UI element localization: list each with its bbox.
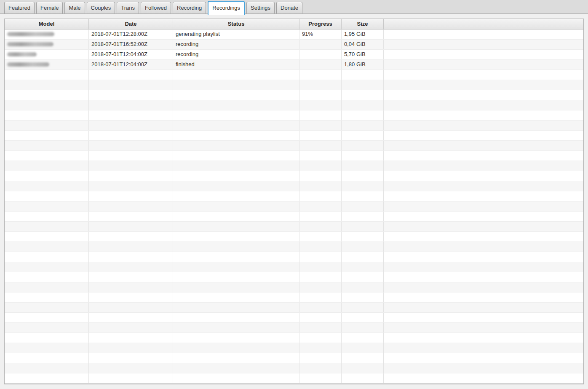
- table-row-empty: [5, 161, 583, 171]
- size-cell: [342, 131, 384, 140]
- status-cell: [173, 161, 299, 171]
- filler-cell: [384, 50, 583, 59]
- table-row-empty: [5, 201, 583, 212]
- table-row[interactable]: 2018-07-01T16:52:00Zrecording0,04 GiB: [5, 40, 583, 50]
- model-cell: [5, 110, 89, 120]
- size-cell: [342, 100, 384, 110]
- status-cell: [173, 151, 299, 161]
- status-cell: [173, 303, 299, 312]
- size-cell: 0,04 GiB: [342, 40, 384, 49]
- filler-cell: [384, 363, 583, 373]
- filler-cell: [384, 373, 583, 383]
- model-cell: [5, 171, 89, 181]
- model-cell: [5, 333, 89, 343]
- tab-trans[interactable]: Trans: [117, 2, 139, 13]
- table-row-empty: [5, 191, 583, 201]
- filler-cell: [384, 212, 583, 221]
- column-header-size[interactable]: Size: [342, 19, 384, 30]
- progress-cell: [299, 313, 342, 322]
- filler-cell: [384, 292, 583, 302]
- size-cell: [342, 141, 384, 150]
- tab-followed[interactable]: Followed: [141, 2, 171, 13]
- progress-cell: [299, 141, 342, 150]
- date-cell: [89, 242, 173, 252]
- tab-featured[interactable]: Featured: [4, 2, 35, 13]
- tab-male[interactable]: Male: [64, 2, 85, 13]
- size-cell: [342, 191, 384, 201]
- table-row-empty: [5, 141, 583, 151]
- size-cell: [342, 201, 384, 211]
- filler-cell: [384, 171, 583, 181]
- progress-cell: [299, 303, 342, 312]
- size-cell: [342, 343, 384, 353]
- table-row-empty: [5, 363, 583, 373]
- date-cell: [89, 181, 173, 191]
- model-cell: [5, 262, 89, 272]
- tab-recording[interactable]: Recording: [173, 2, 206, 13]
- model-cell: [5, 373, 89, 383]
- progress-cell: [299, 100, 342, 110]
- filler-cell: [384, 282, 583, 292]
- date-cell: [89, 303, 173, 312]
- table-row-empty: [5, 171, 583, 181]
- tab-female[interactable]: Female: [36, 2, 63, 13]
- filler-cell: [384, 100, 583, 110]
- date-cell: [89, 343, 173, 353]
- tab-donate[interactable]: Donate: [276, 2, 302, 13]
- status-cell: [173, 110, 299, 120]
- status-cell: recording: [173, 50, 299, 59]
- filler-cell: [384, 343, 583, 353]
- model-cell: [5, 60, 89, 70]
- table-row-empty: [5, 333, 583, 343]
- model-cell: [5, 70, 89, 80]
- filler-cell: [384, 161, 583, 171]
- size-cell: [342, 242, 384, 252]
- progress-cell: [299, 353, 342, 363]
- date-cell: [89, 121, 173, 130]
- status-cell: [173, 181, 299, 191]
- table-row-empty: [5, 151, 583, 161]
- model-cell: [5, 212, 89, 221]
- filler-cell: [384, 232, 583, 241]
- table-row[interactable]: 2018-07-01T12:28:00Zgenerating playlist9…: [5, 30, 583, 40]
- progress-cell: [299, 201, 342, 211]
- table-row-empty: [5, 110, 583, 121]
- status-cell: [173, 313, 299, 322]
- model-cell: [5, 141, 89, 150]
- table-row-empty: [5, 212, 583, 222]
- tab-couples[interactable]: Couples: [87, 2, 115, 13]
- status-cell: [173, 70, 299, 80]
- filler-cell: [384, 131, 583, 140]
- progress-cell: [299, 121, 342, 130]
- size-cell: [342, 70, 384, 80]
- model-name-redacted: [7, 52, 37, 56]
- column-header-status[interactable]: Status: [173, 19, 299, 30]
- date-cell: [89, 131, 173, 140]
- table-row[interactable]: 2018-07-01T12:04:00Zfinished1,80 GiB: [5, 60, 583, 70]
- table-row-empty: [5, 131, 583, 141]
- column-header-progress[interactable]: Progress: [299, 19, 342, 30]
- status-cell: [173, 121, 299, 130]
- model-cell: [5, 282, 89, 292]
- tab-settings[interactable]: Settings: [246, 2, 275, 13]
- date-cell: [89, 161, 173, 171]
- tab-recordings[interactable]: Recordings: [208, 1, 245, 15]
- progress-cell: [299, 222, 342, 231]
- size-cell: [342, 313, 384, 322]
- model-cell: [5, 90, 89, 100]
- table-row[interactable]: 2018-07-01T12:04:00Zrecording5,70 GiB: [5, 50, 583, 60]
- table-row-empty: [5, 100, 583, 110]
- column-header-date[interactable]: Date: [89, 19, 173, 30]
- date-cell: [89, 70, 173, 80]
- progress-cell: [299, 282, 342, 292]
- column-header-model[interactable]: Model: [5, 19, 89, 30]
- progress-cell: [299, 50, 342, 59]
- size-cell: [342, 181, 384, 191]
- size-cell: [342, 373, 384, 383]
- model-cell: [5, 222, 89, 231]
- table-row-empty: [5, 292, 583, 303]
- model-cell: [5, 363, 89, 373]
- date-cell: [89, 212, 173, 221]
- date-cell: [89, 90, 173, 100]
- filler-cell: [384, 181, 583, 191]
